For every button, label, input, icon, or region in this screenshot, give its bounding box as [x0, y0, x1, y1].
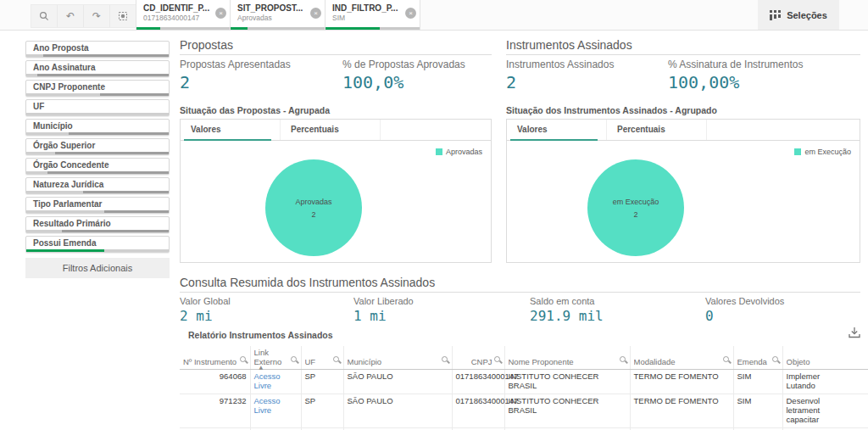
legend-swatch [436, 148, 442, 155]
col-header-nome-proponente[interactable]: Nome Proponente [504, 346, 630, 370]
cell-emenda[interactable]: SIM [733, 370, 782, 394]
legend-item-em-execucao[interactable]: em Execução [794, 148, 851, 156]
filter-state-bar [26, 93, 169, 96]
cell-objeto[interactable]: Implemer Lutando [782, 370, 868, 394]
pie-chart-area: em Execução em Execução 2 [507, 141, 860, 262]
col-header-n-instrumento[interactable]: Nº Instrumento [180, 346, 250, 370]
filter-sidebar: Ano Proposta Ano Assinatura CNPJ Propone… [25, 41, 170, 278]
tab-valores[interactable]: Valores [181, 120, 281, 140]
filter-state-bar [26, 249, 169, 252]
chip-selection-bar [326, 27, 420, 30]
column-search-icon[interactable] [332, 355, 341, 364]
cell-municipio[interactable]: SÃO PAULO [343, 394, 452, 427]
cell-uf[interactable]: SP [301, 370, 343, 394]
kpi-pct-assinatura-instrumentos: % Assinatura de Instrumentos 100,00% [668, 59, 803, 92]
selection-chip-ind-filtro[interactable]: IND_FILTRO_P... SIM × [326, 0, 420, 30]
selection-chip-sit-propost[interactable]: SIT_PROPOST... Aprovadas × [231, 0, 326, 30]
filter-state-bar [26, 54, 169, 57]
consulta-section-title: Consulta Resumida dos Instrumentos Assin… [180, 276, 435, 289]
col-header-objeto[interactable]: Objeto [782, 346, 868, 370]
tab-percentuais[interactable]: Percentuais [281, 120, 381, 140]
cell-uf[interactable]: SP [301, 394, 343, 427]
cell-nome-proponente[interactable]: INSTITUTO CONHECER BRASIL [504, 394, 630, 427]
clear-selections-button[interactable] [110, 5, 136, 27]
table-header-row: Nº Instrumento Link Externo▲ UF Municípi… [180, 346, 868, 370]
filter-cnpj-proponente[interactable]: CNPJ Proponente [25, 80, 170, 97]
cell-link-externo[interactable]: Acesso Livre [250, 394, 301, 427]
filter-uf[interactable]: UF [25, 99, 170, 116]
selection-chips: CD_IDENTIF_P... 01718634000147 × SIT_PRO… [136, 0, 420, 30]
chart-title-situacao-propostas: Situação das Propostas - Agrupada [180, 105, 330, 115]
filter-tipo-parlamentar[interactable]: Tipo Parlamentar [25, 197, 170, 214]
pie-slice-aprovadas[interactable]: Aprovadas 2 [265, 159, 362, 256]
filter-natureza-juridica[interactable]: Natureza Jurídica [25, 177, 170, 194]
step-forward-button[interactable]: ↷ [84, 5, 110, 27]
cell-nome-proponente[interactable]: INSTITUTO CONHECER BRASIL [504, 370, 630, 394]
col-header-emenda[interactable]: Emenda [733, 346, 782, 370]
search-icon [39, 11, 49, 21]
chip-field-name: SIT_PROPOST... [237, 3, 308, 13]
divider [180, 292, 860, 293]
filter-resultado-primario[interactable]: Resultado Primário [25, 216, 170, 233]
chip-selected-value: SIM [332, 14, 403, 22]
col-header-uf[interactable]: UF [301, 346, 343, 370]
cell-link-externo[interactable]: Acesso Livre [250, 370, 301, 394]
filter-ano-proposta[interactable]: Ano Proposta [25, 41, 170, 58]
chip-selection-bar [136, 27, 230, 30]
cell-cnpj[interactable]: 01718634000147 [452, 370, 504, 394]
kpi-valores-devolvidos: Valores Devolvidos 0 [705, 296, 784, 324]
legend-item-aprovadas[interactable]: Aprovadas [436, 148, 482, 156]
chip-close-icon[interactable]: × [215, 8, 226, 19]
selections-label: Seleções [787, 10, 827, 20]
filter-municipio[interactable]: Município [25, 119, 170, 136]
column-search-icon[interactable] [771, 355, 780, 364]
toolbar-icons: ↶ ↷ [31, 4, 136, 28]
column-search-icon[interactable] [722, 355, 731, 364]
clear-selections-icon [118, 11, 128, 21]
col-header-link-externo[interactable]: Link Externo▲ [250, 346, 301, 370]
col-header-municipio[interactable]: Município [343, 346, 452, 370]
tab-percentuais[interactable]: Percentuais [607, 120, 707, 140]
table-row: 971232 Acesso Livre SP SÃO PAULO 0171863… [180, 394, 868, 427]
chip-close-icon[interactable]: × [405, 8, 416, 19]
tab-valores[interactable]: Valores [507, 120, 607, 140]
sort-ascending-icon: ▲ [259, 364, 264, 370]
chip-close-icon[interactable]: × [310, 8, 321, 19]
smart-search-button[interactable] [31, 5, 58, 27]
chart-tabs: Valores Percentuais [181, 120, 491, 141]
col-header-cnpj[interactable]: CNPJ [452, 346, 504, 370]
column-search-icon[interactable] [493, 355, 502, 364]
cell-cnpj[interactable]: 01718634000147 [452, 394, 504, 427]
qlik-sense-dashboard: ↶ ↷ CD_IDENTIF_P... 01718634000147 × SIT… [0, 0, 868, 430]
cell-n-instrumento[interactable]: 971232 [180, 394, 250, 427]
column-search-icon[interactable] [239, 355, 248, 364]
chip-selected-value: 01718634000147 [143, 14, 213, 22]
cell-modalidade[interactable]: TERMO DE FOMENTO [630, 370, 733, 394]
cell-municipio[interactable]: SÃO PAULO [343, 370, 452, 394]
download-button[interactable] [848, 326, 863, 341]
filter-orgao-superior[interactable]: Órgão Superior [25, 138, 170, 155]
cell-objeto[interactable]: Desenvol letrament capacitar [782, 394, 868, 427]
filter-orgao-concedente[interactable]: Órgão Concedente [25, 158, 170, 175]
pie-slice-em-execucao[interactable]: em Execução 2 [587, 159, 684, 256]
cell-emenda[interactable]: SIM [733, 394, 782, 427]
column-search-icon[interactable] [619, 355, 627, 364]
cell-modalidade[interactable]: TERMO DE FOMENTO [630, 394, 733, 427]
selection-chip-cd-identif[interactable]: CD_IDENTIF_P... 01718634000147 × [136, 0, 231, 30]
column-search-icon[interactable] [441, 355, 449, 364]
filter-state-bar [26, 230, 169, 232]
chart-situacao-propostas: Valores Percentuais Aprovadas Aprovadas … [180, 119, 492, 263]
selections-tool-button[interactable]: Seleções [758, 0, 839, 30]
filter-state-bar [26, 74, 169, 76]
chart-title-situacao-instrumentos: Situação dos Instrumentos Assinados - Ag… [506, 105, 717, 115]
step-back-button[interactable]: ↶ [58, 5, 84, 27]
col-header-modalidade[interactable]: Modalidade [630, 346, 733, 370]
filter-possui-emenda[interactable]: Possui Emenda [25, 236, 170, 253]
chip-selected-value: Aprovadas [237, 14, 308, 22]
pie-chart-area: Aprovadas Aprovadas 2 [181, 141, 491, 262]
column-search-icon[interactable] [290, 355, 298, 364]
filter-ano-assinatura[interactable]: Ano Assinatura [25, 60, 170, 77]
cell-n-instrumento[interactable]: 964068 [180, 370, 250, 394]
filter-state-bar [26, 171, 169, 174]
filtros-adicionais-button[interactable]: Filtros Adicionais [25, 258, 170, 278]
